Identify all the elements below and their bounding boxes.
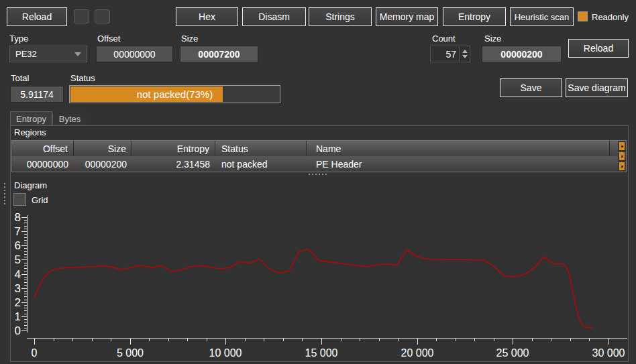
svg-text:25 000: 25 000 — [496, 347, 529, 359]
column-header-offset[interactable]: Offset — [12, 141, 74, 156]
scrollbar-thumb[interactable] — [619, 151, 625, 161]
total-field[interactable] — [10, 86, 64, 103]
readonly-checkbox[interactable] — [578, 11, 588, 21]
reload-button[interactable]: Reload — [7, 7, 67, 26]
tab-entropy[interactable]: Entropy — [10, 111, 52, 126]
regions-table: OffsetSizeEntropyStatusName 000000000000… — [11, 140, 627, 172]
spinner-down-icon[interactable] — [462, 55, 468, 58]
svg-text:5 000: 5 000 — [117, 347, 144, 359]
table-cell: 2.31458 — [132, 156, 215, 172]
offset-label: Offset — [97, 34, 120, 44]
entropy-button[interactable]: Entropy — [443, 7, 506, 26]
column-header-status[interactable]: Status — [215, 141, 307, 156]
table-cell: 00000200 — [74, 156, 132, 172]
scrollbar-up-icon[interactable] — [619, 141, 625, 151]
horizontal-splitter-handle[interactable] — [309, 174, 327, 175]
scrollbar-down-icon[interactable] — [619, 162, 625, 171]
svg-text:20 000: 20 000 — [401, 347, 434, 359]
size2-field[interactable] — [482, 46, 562, 62]
save-button[interactable]: Save — [500, 78, 562, 97]
chevron-down-icon — [74, 52, 81, 56]
tab-bytes[interactable]: Bytes — [53, 111, 87, 126]
reload-count-button[interactable]: Reload — [568, 39, 629, 58]
type-value: PE32 — [15, 49, 37, 59]
svg-text:30 000: 30 000 — [592, 347, 625, 359]
size2-label: Size — [484, 34, 501, 44]
grid-checkbox[interactable] — [13, 193, 26, 206]
table-cell: 00000000 — [12, 156, 74, 172]
svg-text:0: 0 — [15, 324, 21, 337]
svg-text:2: 2 — [15, 296, 21, 309]
readonly-label: Readonly — [592, 12, 629, 22]
svg-text:6: 6 — [15, 239, 21, 252]
column-header-size[interactable]: Size — [74, 141, 132, 156]
table-cell: not packed — [215, 156, 307, 172]
diagram-label: Diagram — [14, 180, 47, 190]
svg-text:10 000: 10 000 — [209, 347, 242, 359]
table-cell: PE Header — [307, 156, 610, 172]
svg-text:1: 1 — [15, 310, 21, 323]
svg-text:4: 4 — [15, 268, 21, 281]
regions-table-header: OffsetSizeEntropyStatusName — [12, 141, 626, 156]
svg-text:15 000: 15 000 — [305, 347, 338, 359]
save-diagram-button[interactable]: Save diagram — [566, 78, 628, 97]
tab-divider — [52, 113, 53, 124]
spinner-up-icon[interactable] — [462, 50, 468, 53]
offset-field[interactable] — [96, 46, 173, 62]
size-field[interactable] — [180, 46, 258, 62]
svg-text:3: 3 — [15, 282, 21, 295]
svg-text:0: 0 — [32, 347, 38, 359]
status-label: Status — [70, 73, 95, 83]
disasm-button[interactable]: Disasm — [242, 7, 306, 26]
total-label: Total — [11, 73, 29, 83]
svg-text:5: 5 — [15, 253, 21, 266]
column-header-entropy[interactable]: Entropy — [132, 141, 215, 156]
heuristic-scan-button[interactable]: Heuristic scan — [510, 7, 574, 26]
hex-button[interactable]: Hex — [176, 7, 238, 26]
vertical-splitter-handle[interactable] — [4, 183, 5, 204]
small-button-1[interactable] — [74, 9, 89, 23]
memory-map-button[interactable]: Memory map — [376, 7, 438, 26]
status-progress-text: not packed(73%) — [70, 86, 280, 103]
count-spinner[interactable]: 57 — [430, 46, 470, 62]
type-label: Type — [9, 34, 28, 44]
regions-label: Regions — [14, 127, 46, 137]
table-scrollbar[interactable] — [618, 141, 626, 172]
count-value: 57 — [431, 49, 459, 60]
count-label: Count — [432, 34, 456, 44]
small-button-2[interactable] — [95, 9, 110, 23]
svg-text:7: 7 — [15, 225, 21, 238]
strings-button[interactable]: Strings — [309, 7, 372, 26]
svg-text:8: 8 — [15, 211, 21, 224]
column-header-name[interactable]: Name — [307, 141, 610, 156]
size-label: Size — [181, 34, 198, 44]
status-progressbar: not packed(73%) — [69, 85, 280, 103]
type-combobox[interactable]: PE32 — [9, 46, 87, 62]
entropy-diagram: 01234567805 00010 00015 00020 00025 0003… — [11, 208, 628, 363]
grid-label: Grid — [32, 195, 48, 205]
table-row[interactable]: 00000000000002002.31458not packedPE Head… — [12, 156, 626, 172]
